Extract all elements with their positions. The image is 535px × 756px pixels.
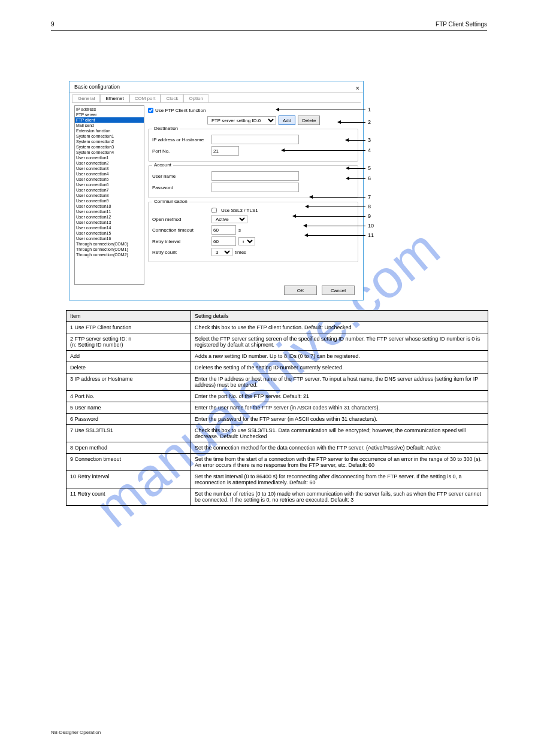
arrow-icon	[347, 168, 365, 169]
item-cell: 7 Use SSL3/TLS1	[67, 425, 191, 442]
settings-table: ItemSetting details 1 Use FTP Client fun…	[66, 310, 488, 506]
account-group-title: Account	[152, 162, 173, 168]
table-row: 9 Connection timeoutSet the time from th…	[67, 454, 488, 471]
list-item[interactable]: User connection6	[75, 182, 144, 187]
callout-1: 1	[368, 107, 371, 113]
table-row: 3 IP address or HostnameEnter the IP add…	[67, 374, 488, 391]
close-icon[interactable]: ×	[356, 83, 359, 93]
tab-ethernet[interactable]: Ethernet	[100, 94, 129, 102]
detail-cell: Set the time from the start of a connect…	[191, 454, 488, 471]
list-item[interactable]: User connection8	[75, 193, 144, 198]
table-row: 11 Retry countSet the number of retries …	[67, 488, 488, 506]
list-item[interactable]: System connection4	[75, 150, 144, 155]
pass-label: Password	[152, 185, 209, 190]
list-item[interactable]: User connection12	[75, 214, 144, 220]
retry-count-label: Retry count	[152, 250, 209, 255]
item-cell: 4 Port No.	[67, 391, 191, 402]
list-item[interactable]: Through connection(COM1)	[75, 247, 144, 252]
item-cell: 9 Connection timeout	[67, 454, 191, 471]
password-input[interactable]	[211, 183, 299, 192]
arrow-icon	[306, 235, 365, 236]
list-item[interactable]: User connection1	[75, 155, 144, 160]
list-item[interactable]: User connection5	[75, 177, 144, 182]
arrow-icon	[304, 226, 365, 226]
arrow-icon	[310, 197, 365, 198]
port-label: Port No.	[152, 148, 209, 154]
ip-address-input[interactable]	[211, 135, 299, 144]
table-header-item: Item	[67, 311, 191, 322]
detail-cell: Set the connection method for the data c…	[191, 442, 488, 454]
list-item[interactable]: System connection1	[75, 133, 144, 139]
detail-cell: Adds a new setting ID number. Up to 8 ID…	[191, 351, 488, 362]
callout-11: 11	[368, 232, 374, 238]
list-item[interactable]: IP address	[75, 107, 144, 112]
use-ftp-client-checkbox[interactable]	[148, 108, 153, 113]
port-input[interactable]	[211, 146, 239, 156]
retry-interval-unit-select[interactable]: s	[238, 237, 255, 245]
item-cell: 6 Password	[67, 414, 191, 425]
item-cell: Delete	[67, 362, 191, 374]
list-item[interactable]: User connection14	[75, 225, 144, 230]
detail-cell: Deletes the setting of the setting ID nu…	[191, 362, 488, 374]
retry-count-unit: times	[235, 250, 246, 255]
list-item[interactable]: User connection13	[75, 220, 144, 225]
list-item[interactable]: FTP server	[75, 112, 144, 117]
delete-button[interactable]: Delete	[298, 116, 320, 125]
list-item[interactable]: User connection16	[75, 236, 144, 241]
arrow-icon	[277, 110, 365, 110]
nav-list[interactable]: IP addressFTP serverFTP clientMail sendE…	[74, 105, 144, 285]
detail-cell: Set the number of retries (0 to 10) made…	[191, 488, 488, 506]
use-ssl-checkbox[interactable]	[211, 208, 217, 213]
list-item[interactable]: User connection2	[75, 160, 144, 166]
callout-2: 2	[368, 119, 371, 125]
tab-comport[interactable]: COM port	[129, 94, 161, 102]
tab-clock[interactable]: Clock	[161, 94, 183, 102]
comm-group-title: Communication	[152, 199, 189, 204]
callout-4: 4	[368, 147, 371, 153]
open-method-label: Open method	[152, 217, 209, 222]
tab-bar: General Ethernet COM port Clock Option	[72, 94, 363, 102]
item-cell: 8 Open method	[67, 442, 191, 454]
ftp-server-setting-id-select[interactable]: FTP server setting ID:0	[207, 116, 276, 125]
use-ssl-label: Use SSL3 / TLS1	[221, 208, 258, 213]
list-item[interactable]: System connection3	[75, 144, 144, 150]
section-title: FTP Client Settings	[436, 21, 487, 28]
timeout-input[interactable]	[211, 225, 236, 235]
list-item[interactable]: Extension function	[75, 128, 144, 133]
item-cell: 11 Retry count	[67, 488, 191, 506]
cancel-button[interactable]: Cancel	[322, 286, 355, 295]
timeout-unit: s	[238, 227, 241, 233]
table-row: 5 User nameEnter the user name for the F…	[67, 402, 488, 414]
list-item[interactable]: System connection2	[75, 139, 144, 144]
footer-text: NB-Designer Operation	[51, 730, 487, 735]
list-item[interactable]: User connection11	[75, 209, 144, 214]
list-item[interactable]: User connection7	[75, 187, 144, 193]
item-cell: 5 User name	[67, 402, 191, 414]
tab-general[interactable]: General	[72, 94, 100, 102]
table-row: 7 Use SSL3/TLS1Check this box to use SSL…	[67, 425, 488, 442]
item-cell: Add	[67, 351, 191, 362]
list-item[interactable]: User connection15	[75, 230, 144, 236]
list-item[interactable]: FTP client	[75, 117, 144, 123]
item-cell: 1 Use FTP Client function	[67, 322, 191, 333]
list-item[interactable]: Through connection(COM2)	[75, 252, 144, 257]
open-method-select[interactable]: Active	[211, 215, 247, 223]
retry-count-select[interactable]: 3	[211, 248, 232, 256]
callout-6: 6	[368, 175, 371, 181]
user-label: User name	[152, 174, 209, 179]
list-item[interactable]: Mail send	[75, 123, 144, 128]
list-item[interactable]: User connection9	[75, 198, 144, 204]
retry-interval-input[interactable]	[211, 236, 236, 246]
list-item[interactable]: User connection3	[75, 166, 144, 171]
list-item[interactable]: User connection4	[75, 171, 144, 177]
add-button[interactable]: Add	[279, 116, 295, 125]
table-header-details: Setting details	[191, 311, 488, 322]
table-row: 4 Port No.Enter the port No. of the FTP …	[67, 391, 488, 402]
list-item[interactable]: Through connection(COM0)	[75, 241, 144, 247]
detail-cell: Enter the user name for the FTP server (…	[191, 402, 488, 414]
item-cell: 10 Retry interval	[67, 471, 191, 488]
username-input[interactable]	[211, 171, 299, 181]
ok-button[interactable]: OK	[284, 286, 317, 295]
list-item[interactable]: User connection10	[75, 204, 144, 209]
tab-option[interactable]: Option	[183, 94, 208, 102]
